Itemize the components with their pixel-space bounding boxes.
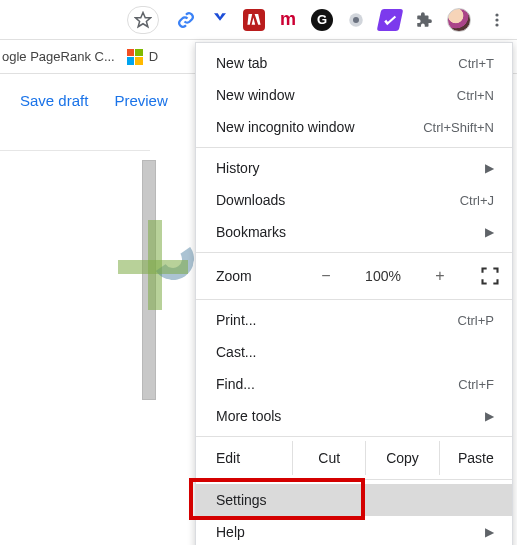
bookmark-item-ms[interactable]: D	[127, 49, 158, 65]
menu-separator	[196, 479, 512, 480]
edit-cut-button[interactable]: Cut	[292, 441, 365, 475]
chevron-right-icon: ▶	[485, 161, 494, 175]
m-icon[interactable]: m	[277, 9, 299, 31]
adobe-icon[interactable]	[243, 9, 265, 31]
menu-label: New incognito window	[216, 119, 423, 135]
menu-item-edit-row: Edit Cut Copy Paste	[196, 441, 512, 475]
menu-label: History	[216, 160, 485, 176]
menu-icon[interactable]	[483, 6, 511, 34]
fullscreen-icon[interactable]	[480, 266, 500, 286]
svg-point-3	[495, 13, 498, 16]
bookmark-item-pagerank[interactable]: ogle PageRank C...	[2, 49, 115, 64]
menu-label: Print...	[216, 312, 458, 328]
check-icon[interactable]	[377, 9, 404, 31]
menu-item-history[interactable]: History ▶	[196, 152, 512, 184]
grammarly-icon[interactable]: G	[311, 9, 333, 31]
menu-item-downloads[interactable]: Downloads Ctrl+J	[196, 184, 512, 216]
menu-separator	[196, 436, 512, 437]
menu-item-help[interactable]: Help ▶	[196, 516, 512, 545]
chevron-right-icon: ▶	[485, 525, 494, 539]
menu-shortcut: Ctrl+J	[460, 193, 494, 208]
menu-item-new-incognito[interactable]: New incognito window Ctrl+Shift+N	[196, 111, 512, 143]
menu-label: Downloads	[216, 192, 460, 208]
preview-link[interactable]: Preview	[114, 92, 167, 109]
zoom-out-button[interactable]: −	[316, 267, 336, 285]
menu-shortcut: Ctrl+T	[458, 56, 494, 71]
menu-shortcut: Ctrl+F	[458, 377, 494, 392]
menu-label: Bookmarks	[216, 224, 485, 240]
y-icon[interactable]	[209, 9, 231, 31]
svg-point-2	[353, 17, 359, 23]
star-icon[interactable]	[127, 6, 159, 34]
avatar[interactable]	[447, 8, 471, 32]
menu-item-more-tools[interactable]: More tools ▶	[196, 400, 512, 432]
svg-point-4	[495, 18, 498, 21]
menu-shortcut: Ctrl+N	[457, 88, 494, 103]
link-icon[interactable]	[175, 9, 197, 31]
extensions-icon[interactable]	[413, 9, 435, 31]
menu-item-print[interactable]: Print... Ctrl+P	[196, 304, 512, 336]
bookmark-label: D	[149, 49, 158, 64]
svg-marker-0	[136, 12, 151, 26]
chrome-menu: New tab Ctrl+T New window Ctrl+N New inc…	[195, 42, 513, 545]
browser-toolbar: m G	[0, 0, 517, 40]
menu-label: New tab	[216, 55, 458, 71]
menu-shortcut: Ctrl+P	[458, 313, 494, 328]
menu-label: Settings	[216, 492, 494, 508]
zoom-value: 100%	[358, 268, 408, 284]
menu-label: Edit	[196, 441, 292, 475]
edit-paste-button[interactable]: Paste	[439, 441, 512, 475]
menu-separator	[196, 147, 512, 148]
bookmark-label: ogle PageRank C...	[2, 49, 115, 64]
menu-item-settings[interactable]: Settings	[196, 484, 512, 516]
menu-label: Cast...	[216, 344, 494, 360]
menu-item-new-tab[interactable]: New tab Ctrl+T	[196, 47, 512, 79]
microsoft-icon	[127, 49, 143, 65]
menu-item-bookmarks[interactable]: Bookmarks ▶	[196, 216, 512, 248]
menu-label: New window	[216, 87, 457, 103]
content-area	[0, 150, 150, 530]
menu-item-new-window[interactable]: New window Ctrl+N	[196, 79, 512, 111]
chevron-right-icon: ▶	[485, 225, 494, 239]
menu-label: Find...	[216, 376, 458, 392]
menu-separator	[196, 252, 512, 253]
chevron-right-icon: ▶	[485, 409, 494, 423]
menu-separator	[196, 299, 512, 300]
menu-item-cast[interactable]: Cast...	[196, 336, 512, 368]
scrollbar-thumb[interactable]	[142, 160, 156, 400]
menu-label: More tools	[216, 408, 485, 424]
menu-label: Zoom	[216, 268, 286, 284]
menu-item-zoom: Zoom − 100% +	[196, 257, 512, 295]
zoom-in-button[interactable]: +	[430, 267, 450, 285]
save-draft-link[interactable]: Save draft	[20, 92, 88, 109]
menu-item-find[interactable]: Find... Ctrl+F	[196, 368, 512, 400]
circle-icon[interactable]	[345, 9, 367, 31]
svg-point-5	[495, 23, 498, 26]
menu-shortcut: Ctrl+Shift+N	[423, 120, 494, 135]
menu-label: Help	[216, 524, 485, 540]
edit-copy-button[interactable]: Copy	[365, 441, 438, 475]
